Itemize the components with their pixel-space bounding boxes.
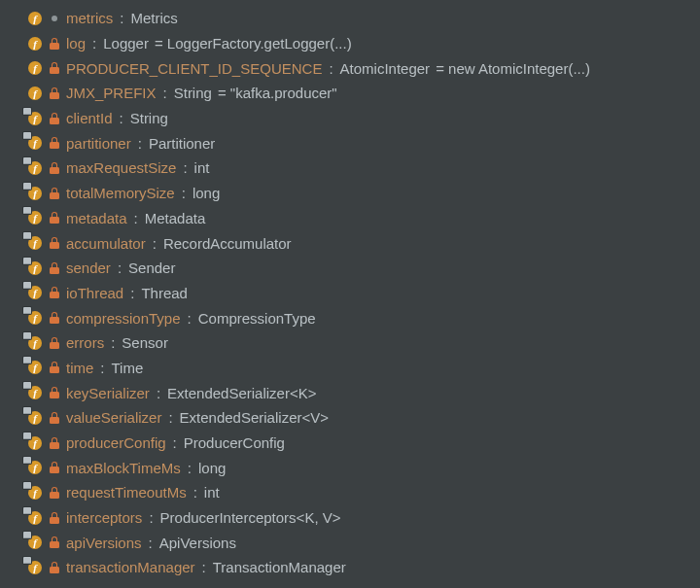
lock-icon xyxy=(49,137,60,149)
structure-row[interactable]: fmaxRequestSize: int xyxy=(27,156,700,181)
colon: : xyxy=(129,285,135,301)
lock-icon xyxy=(49,337,60,349)
field-type: ExtendedSerializer<K> xyxy=(167,385,316,401)
structure-row[interactable]: fmetrics: Metrics xyxy=(27,6,700,31)
field-icon: f xyxy=(27,485,43,501)
field-icon: f xyxy=(27,335,43,351)
field-icon: f xyxy=(27,310,43,326)
structure-row[interactable]: fclientId: String xyxy=(27,106,700,131)
field-type: Metadata xyxy=(145,210,206,226)
colon: : xyxy=(137,135,143,152)
lock-icon xyxy=(49,412,60,424)
colon: : xyxy=(99,360,105,376)
structure-row[interactable]: fcompressionType: CompressionType xyxy=(27,305,700,330)
field-name: metrics xyxy=(66,10,113,26)
final-badge-icon xyxy=(23,432,31,439)
final-badge-icon xyxy=(23,258,31,264)
structure-row[interactable]: frequestTimeoutMs: int xyxy=(27,480,700,505)
structure-row[interactable]: ftotalMemorySize: long xyxy=(27,181,700,206)
structure-row[interactable]: fJMX_PREFIX: String = "kafka.producer" xyxy=(27,81,700,106)
structure-row[interactable]: ftransactionManager: TransactionManager xyxy=(27,555,700,580)
lock-icon xyxy=(49,512,60,524)
field-icon: f xyxy=(27,535,43,550)
structure-row[interactable]: fsender: Sender xyxy=(27,256,700,281)
field-type: ApiVersions xyxy=(159,535,236,551)
field-icon: f xyxy=(27,11,43,26)
field-type: long xyxy=(198,460,226,476)
field-name: producerConfig xyxy=(66,434,166,451)
field-name: time xyxy=(66,360,93,376)
field-icon: f xyxy=(27,510,43,526)
structure-row[interactable]: fkeySerializer: ExtendedSerializer<K> xyxy=(27,380,700,405)
field-name: transactionManager xyxy=(66,559,195,575)
field-type: ProducerConfig xyxy=(184,434,285,451)
field-icon: f xyxy=(27,111,43,126)
lock-icon xyxy=(49,262,60,274)
lock-icon xyxy=(49,188,60,199)
lock-icon xyxy=(49,162,60,174)
colon: : xyxy=(162,85,168,101)
colon: : xyxy=(148,535,154,551)
field-type: Metrics xyxy=(131,10,178,26)
field-name: requestTimeoutMs xyxy=(66,484,187,501)
structure-row[interactable]: faccumulator: RecordAccumulator xyxy=(27,230,700,256)
field-icon: f xyxy=(27,36,43,52)
colon: : xyxy=(91,35,97,52)
field-name: JMX_PREFIX xyxy=(66,85,157,101)
colon: : xyxy=(156,385,161,401)
field-name: accumulator xyxy=(66,235,146,252)
lock-icon xyxy=(49,287,60,298)
field-name: log xyxy=(66,35,86,52)
colon: : xyxy=(187,310,192,327)
final-badge-icon xyxy=(23,232,31,239)
structure-row[interactable]: fvalueSerializer: ExtendedSerializer<V> xyxy=(27,405,700,431)
final-badge-icon xyxy=(23,132,31,139)
field-icon: f xyxy=(27,210,43,225)
structure-row[interactable]: fmaxBlockTimeMs: long xyxy=(27,455,700,480)
lock-icon xyxy=(49,387,60,398)
colon: : xyxy=(201,559,207,575)
colon: : xyxy=(117,259,122,276)
final-badge-icon xyxy=(23,407,31,414)
colon: : xyxy=(119,10,124,26)
structure-row[interactable]: ferrors: Sensor xyxy=(27,330,700,356)
structure-row[interactable]: fPRODUCER_CLIENT_ID_SEQUENCE: AtomicInte… xyxy=(27,55,700,81)
field-icon: f xyxy=(27,285,43,300)
colon: : xyxy=(148,509,154,526)
final-badge-icon xyxy=(23,382,31,389)
field-initializer: = LoggerFactory.getLogger(...) xyxy=(155,35,352,52)
structure-row[interactable]: finterceptors: ProducerInterceptors<K, V… xyxy=(27,505,700,531)
field-initializer: = new AtomicInteger(...) xyxy=(436,60,590,77)
colon: : xyxy=(167,409,173,426)
structure-row[interactable]: fapiVersions: ApiVersions xyxy=(27,530,700,555)
lock-icon xyxy=(49,487,60,499)
final-badge-icon xyxy=(23,507,31,514)
field-type: ExtendedSerializer<V> xyxy=(180,409,329,426)
field-name: clientId xyxy=(66,110,113,126)
field-icon: f xyxy=(27,235,43,251)
lock-icon xyxy=(49,362,60,373)
field-type: CompressionType xyxy=(198,310,316,327)
field-name: compressionType xyxy=(66,310,181,327)
lock-icon xyxy=(49,312,60,324)
field-type: ProducerInterceptors<K, V> xyxy=(160,509,341,526)
structure-row[interactable]: fmetadata: Metadata xyxy=(27,206,700,231)
final-badge-icon xyxy=(23,557,31,564)
field-name: interceptors xyxy=(66,509,142,526)
field-name: totalMemorySize xyxy=(66,185,175,201)
field-icon: f xyxy=(27,135,43,151)
field-icon: f xyxy=(27,360,43,375)
structure-row[interactable]: fpartitioner: Partitioner xyxy=(27,130,700,156)
structure-row[interactable]: fioThread: Thread xyxy=(27,281,700,306)
structure-row[interactable]: ftime: Time xyxy=(27,356,700,381)
colon: : xyxy=(133,210,139,226)
structure-row[interactable]: flog: Logger = LoggerFactory.getLogger(.… xyxy=(27,31,700,56)
structure-row[interactable]: fproducerConfig: ProducerConfig xyxy=(27,431,700,456)
field-type: long xyxy=(192,185,220,201)
field-name: ioThread xyxy=(66,285,123,301)
lock-icon xyxy=(49,462,60,473)
final-badge-icon xyxy=(23,108,31,115)
field-icon: f xyxy=(27,186,43,201)
field-name: PRODUCER_CLIENT_ID_SEQUENCE xyxy=(66,60,322,77)
package-visibility-icon xyxy=(49,13,60,24)
